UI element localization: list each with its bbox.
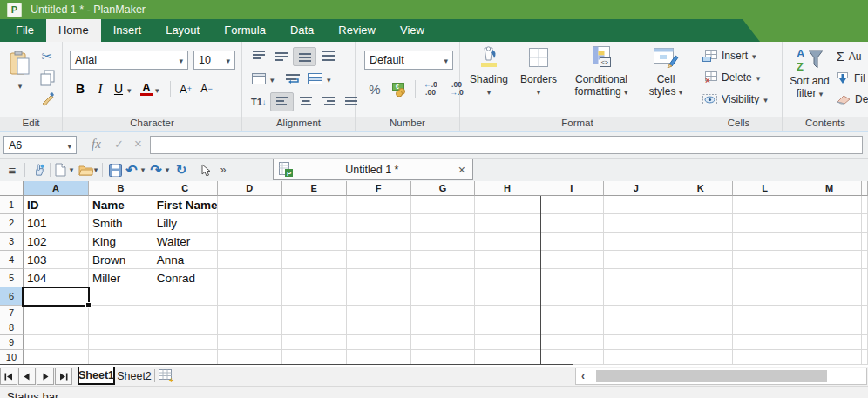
previous-sheet-button[interactable]: [18, 368, 36, 385]
cell-I7[interactable]: [539, 306, 604, 320]
cell-E1[interactable]: [282, 196, 347, 214]
column-header-K[interactable]: K: [668, 181, 733, 196]
font-color-dropdown-icon[interactable]: [155, 81, 166, 97]
cell-C7[interactable]: [153, 306, 218, 320]
cell-partial2[interactable]: [862, 214, 868, 233]
cell-J2[interactable]: [604, 214, 668, 233]
cell-J10[interactable]: [604, 350, 668, 365]
conditional-formatting-button[interactable]: ≤> Conditional formatting: [563, 45, 640, 98]
cell-H9[interactable]: [475, 335, 539, 350]
fill-handle[interactable]: [85, 302, 92, 308]
cell-J5[interactable]: [604, 269, 668, 287]
cell-F8[interactable]: [347, 320, 411, 335]
cell-B7[interactable]: [89, 306, 153, 320]
hamburger-menu-icon[interactable]: ≡: [3, 159, 22, 181]
visibility-dropdown-icon[interactable]: [763, 93, 768, 105]
tab-file[interactable]: File: [3, 19, 46, 42]
column-header-C[interactable]: C: [153, 181, 218, 196]
italic-button[interactable]: I: [91, 79, 110, 98]
delete-cells-dropdown-icon[interactable]: [756, 71, 761, 84]
cell-F1[interactable]: [347, 196, 411, 214]
cell-H4[interactable]: [475, 251, 539, 269]
cut-button[interactable]: ✂: [37, 47, 58, 66]
cell-K8[interactable]: [668, 320, 733, 335]
cell-C10[interactable]: [153, 350, 218, 365]
cell-L4[interactable]: [733, 251, 797, 269]
cell-A5[interactable]: 104: [24, 269, 89, 287]
font-name-combo[interactable]: Arial: [70, 51, 188, 70]
cell-E6[interactable]: [282, 287, 347, 306]
conditional-formatting-dropdown-icon[interactable]: [624, 85, 628, 98]
cell-M6[interactable]: [797, 287, 862, 306]
cell-J7[interactable]: [604, 306, 668, 320]
cell-partial6[interactable]: [862, 287, 868, 306]
cell-A7[interactable]: [24, 306, 89, 320]
row-header-4[interactable]: 4: [0, 251, 24, 269]
cell-D1[interactable]: [218, 196, 282, 214]
column-header-J[interactable]: J: [604, 181, 668, 196]
cell-J4[interactable]: [604, 251, 668, 269]
formula-input[interactable]: [150, 136, 863, 154]
cell-H10[interactable]: [475, 350, 539, 365]
cell-partial3[interactable]: [862, 233, 868, 251]
tab-layout[interactable]: Layout: [153, 19, 212, 42]
font-size-combo[interactable]: 10: [193, 51, 235, 70]
sort-filter-button[interactable]: A Z Sort and filter: [786, 45, 833, 100]
last-sheet-button[interactable]: [55, 368, 72, 385]
cell-A9[interactable]: [24, 335, 89, 350]
font-name-dropdown-icon[interactable]: [179, 54, 187, 66]
grow-font-button[interactable]: A+: [175, 79, 196, 98]
cell-D10[interactable]: [218, 350, 282, 365]
cell-G1[interactable]: [411, 196, 476, 214]
format-painter-button[interactable]: [37, 89, 58, 108]
insert-cells-dropdown-icon[interactable]: [752, 50, 756, 62]
column-header-B[interactable]: B: [89, 181, 153, 196]
cell-H7[interactable]: [475, 306, 539, 320]
currency-button[interactable]: €: [389, 78, 411, 99]
cell-cursor[interactable]: [22, 287, 90, 307]
cell-H3[interactable]: [475, 233, 539, 251]
cell-M9[interactable]: [797, 335, 862, 350]
tab-formula[interactable]: Formula: [212, 19, 278, 42]
cell-D3[interactable]: [218, 233, 282, 251]
horizontal-scrollbar[interactable]: ‹: [575, 368, 867, 385]
tab-insert[interactable]: Insert: [101, 19, 154, 42]
copy-button[interactable]: [37, 68, 58, 87]
cell-G6[interactable]: [411, 287, 476, 306]
cell-G2[interactable]: [411, 214, 476, 233]
cell-J6[interactable]: [604, 287, 668, 306]
cell-C5[interactable]: Conrad: [153, 269, 218, 287]
cell-partial9[interactable]: [862, 335, 868, 350]
cell-styles-button[interactable]: Cell styles: [641, 45, 690, 98]
row-header-8[interactable]: 8: [0, 320, 24, 335]
cell-B4[interactable]: Brown: [89, 251, 153, 269]
cell-K7[interactable]: [668, 306, 733, 320]
cell-J3[interactable]: [604, 233, 668, 251]
column-header-G[interactable]: G: [411, 181, 476, 196]
tab-data[interactable]: Data: [278, 19, 326, 42]
align-top-button[interactable]: [248, 47, 269, 64]
cell-H6[interactable]: [475, 287, 539, 306]
vertical-text-button[interactable]: T1↓: [248, 93, 269, 111]
sheet-tab-sheet2[interactable]: Sheet2: [117, 367, 152, 385]
new-document-dropdown-icon[interactable]: [66, 159, 77, 181]
cell-C4[interactable]: Anna: [153, 251, 218, 269]
cell-C1[interactable]: First Name: [153, 196, 218, 214]
cell-L10[interactable]: [733, 350, 797, 365]
column-header-A[interactable]: A: [24, 181, 89, 196]
add-decimal-button[interactable]: ←.0 .00: [419, 78, 442, 99]
cell-I6[interactable]: [539, 287, 604, 306]
document-tab[interactable]: P Untitled 1 * ×: [273, 159, 473, 180]
cell-D5[interactable]: [218, 269, 282, 287]
cell-I1[interactable]: [539, 196, 604, 214]
name-box-dropdown-icon[interactable]: [67, 139, 76, 152]
cell-D7[interactable]: [218, 306, 282, 320]
underline-dropdown-icon[interactable]: [127, 81, 138, 97]
row-header-6[interactable]: 6: [0, 287, 24, 306]
row-header-3[interactable]: 3: [0, 233, 24, 251]
cell-L7[interactable]: [733, 306, 797, 320]
cell-A3[interactable]: 102: [24, 233, 89, 251]
sheet-tab-sheet1[interactable]: Sheet1: [78, 367, 115, 385]
cell-G9[interactable]: [411, 335, 476, 350]
cell-L8[interactable]: [733, 320, 797, 335]
